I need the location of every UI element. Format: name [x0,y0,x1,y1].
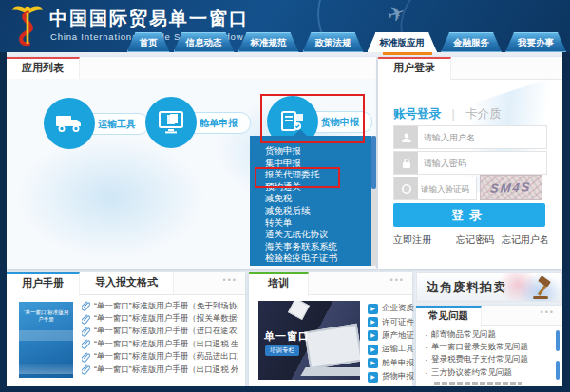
training-more-button[interactable]: ••• [390,275,405,285]
paperclip-icon [82,352,90,363]
dropdown-scrollbar-track[interactable] [371,136,376,266]
nav-tab-standard-app[interactable]: 标准版应用 [368,32,438,52]
training-link[interactable]: ▶货物申报 [368,370,414,383]
menu-item-tax-reduction[interactable]: 减免税 [250,193,371,205]
thumbnail-badge: 培训专栏 [265,345,299,356]
training-link[interactable]: ▶运输工具 [368,343,414,356]
faq-header: 常见问题 ••• [416,306,562,326]
faq-scrollbar-thumb[interactable] [556,361,560,380]
menu-item-paperless[interactable]: 通关无纸化协议 [250,229,371,241]
forgot-username-link[interactable]: 忘记用户名 [502,233,549,247]
user-icon [394,126,418,148]
manual-link[interactable]: “单一窗口”标准版用户手册（出口退税 生产… [82,338,239,350]
menu-item-cargo-declare[interactable]: 货物申报 [250,145,371,158]
paperclip-icon [82,364,90,375]
training-link[interactable]: ▶原产地证 [368,329,414,343]
menu-item-inspection-cert[interactable]: 检验检疫电子证书 [250,252,371,265]
book-cover-title: “单一窗口”标准版用户手册 [22,309,70,323]
play-icon: ▶ [368,317,378,327]
active-tab-indicator [383,52,432,55]
menu-item-appointment[interactable]: 预约通关 [250,181,371,194]
book-cover-band [19,330,73,341]
manual-book-cover[interactable]: “单一窗口”标准版用户手册 [19,302,73,378]
nav-tab-policy[interactable]: 政策法规 [303,32,364,52]
truck-icon [55,113,84,134]
play-icon: ▶ [368,304,378,314]
lock-icon [394,152,418,174]
gavel-icon [529,276,556,302]
manual-link[interactable]: “单一窗口”标准版用户手册（出口退税 外贸… [82,364,239,376]
tab-user-login[interactable]: 用户登录 [378,57,451,81]
book-cover-footer [19,364,73,374]
nav-tab-home[interactable]: 首页 [127,32,170,52]
nav-tab-news[interactable]: 信息动态 [174,32,235,52]
training-thumbnail[interactable]: 单一窗口 培训专栏 [258,301,360,380]
play-icon: ▶ [368,345,378,355]
menu-item-customs-contact[interactable]: 海关事务联系系统 [250,241,371,253]
manuals-panel: 用户手册 导入报文格式 ••• “单一窗口”标准版用户手册 “单一窗口”标准版用… [7,272,245,386]
faq-list: ·邮寄物品常见问题 ·单一窗口登录失败常见问题 ·登录税费电子支付常见问题 ·三… [425,328,550,385]
tab-app-list[interactable]: 应用列表 [7,57,80,81]
page: ✈ 中国国际贸易单一窗口 China International Trade S… [0,0,570,392]
password-input[interactable] [418,152,546,174]
training-list: ▶企业资质 ▶许可证件 ▶原产地证 ▶运输工具 ▶舱单申报 ▶货物申报 [368,302,414,383]
login-tab-divider: | [451,107,454,121]
tab-training[interactable]: 培训 [249,272,309,296]
username-row [393,125,547,149]
training-link[interactable]: ▶许可证件 [368,315,414,328]
faq-link[interactable]: ·登录税费电子支付常见问题 [425,354,550,366]
menu-item-centralized-declare[interactable]: 集中申报 [250,158,371,170]
paperclip-icon [82,314,90,325]
laptop-screen-decoration [304,324,360,369]
faq-link[interactable]: ·单一窗口登录失败常见问题 [425,341,550,353]
training-link[interactable]: ▶舱单申报 [368,357,414,370]
nav-tab-standards[interactable]: 标准规范 [238,32,299,52]
tab-card-login[interactable]: 卡介质 [466,107,502,121]
forgot-password-link[interactable]: 忘记密码 [456,233,494,247]
faq-scrollbar-thumb[interactable] [556,330,560,351]
menu-item-tax-reduction-follow[interactable]: 减免税后续 [250,205,371,217]
thumbnail-title: 单一窗口 [264,329,310,344]
manuals-header: 用户手册 导入报文格式 ••• [7,272,245,295]
menu-item-customs-agency[interactable]: 报关代理委托 [250,169,371,181]
monitor-icon [159,111,183,134]
menu-item-transit[interactable]: 转关单 [250,217,371,230]
nav-tab-finance[interactable]: 金融服务 [441,32,502,52]
site-title: 中国国际贸易单一窗口 [49,7,249,31]
map-watermark [16,136,206,259]
play-icon: ▶ [368,358,378,368]
tab-account-login[interactable]: 账号登录 [393,107,441,121]
laptop-keyboard-decoration [300,367,360,376]
manual-link[interactable]: “单一窗口”标准版用户手册（进口在途农产品… [82,326,239,338]
manual-link[interactable]: “单一窗口”标准版用户手册（药品进出口准许… [82,351,239,364]
faq-link[interactable]: ·邮寄物品常见问题 [425,328,550,341]
manuals-list: “单一窗口”标准版用户手册（免于到场协助查… “单一窗口”标准版用户手册（报关单… [82,300,239,376]
faq-more-button[interactable]: ••• [541,308,555,317]
training-link[interactable]: ▶企业资质 [368,302,414,315]
play-icon: ▶ [368,330,378,341]
login-button[interactable]: 登录 [393,203,545,227]
manual-link[interactable]: “单一窗口”标准版用户手册（免于到场协助查… [82,300,239,312]
manuals-more-button[interactable]: ••• [223,275,238,285]
login-mode-tabs: 账号登录 | 卡介质 [393,106,502,122]
transport-app-icon[interactable] [44,98,95,149]
customs-logo-icon [10,4,46,51]
tab-faq[interactable]: 常见问题 [416,306,482,327]
faq-panel: 常见问题 ••• ·邮寄物品常见问题 ·单一窗口登录失败常见问题 ·登录税费电子… [416,306,562,386]
faq-link[interactable]: ·三方协议签约常见问题 [425,366,550,379]
register-link[interactable]: 立即注册 [393,233,431,247]
tab-user-manual[interactable]: 用户手册 [7,272,80,296]
manifest-app-icon[interactable] [145,97,197,148]
manual-link[interactable]: “单一窗口”标准版用户手册（报关单数据订阅… [82,312,239,325]
auction-banner-title: 边角废料拍卖 [427,273,506,301]
login-links: 立即注册 忘记密码 忘记用户名 [393,233,549,247]
play-icon: ▶ [368,372,378,383]
scrap-auction-banner[interactable]: 边角废料拍卖 [416,272,562,302]
captcha-image[interactable]: SM4S [480,175,542,200]
paperclip-icon [82,327,90,337]
captcha-input[interactable] [418,177,476,199]
tab-import-format[interactable]: 导入报文格式 [80,272,174,294]
dropdown-scrollbar-thumb[interactable] [371,136,376,189]
nav-tab-services[interactable]: 我要办事 [505,32,566,52]
username-input[interactable] [418,126,546,148]
